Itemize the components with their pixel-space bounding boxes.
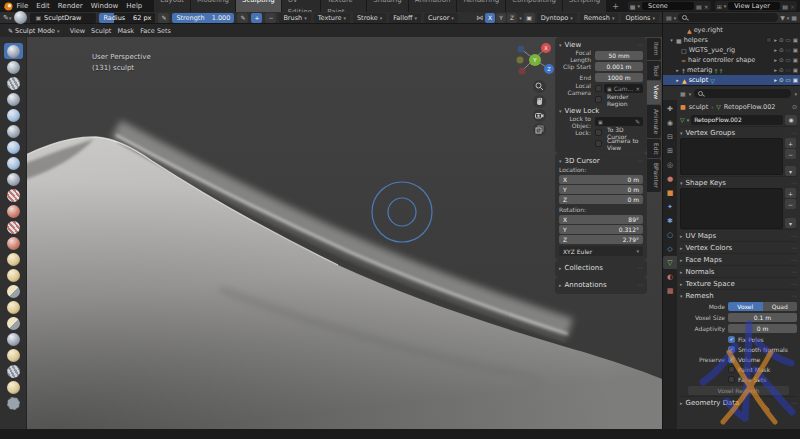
add-workspace-button[interactable]: + [607,2,624,11]
brush-icon[interactable] [4,347,23,363]
vertex-groups-list[interactable] [680,138,783,175]
clip-start-field[interactable]: 0.001 m [595,62,643,71]
dropdown-remesh[interactable]: Remesh▾ [580,13,619,23]
camera-to-view-checkbox[interactable] [595,140,602,147]
normals-header[interactable]: ▸Normals⋯ [680,265,797,277]
exclude-checkbox[interactable] [766,37,772,43]
scene-name[interactable]: Scene [642,2,694,10]
hide-icon[interactable]: ⊙ [779,77,784,83]
dropdown-stroke[interactable]: Stroke▾ [353,13,386,23]
selectable-icon[interactable]: ▸ [774,67,777,73]
cursor-rotation-z[interactable]: Z2.79° [559,235,643,244]
brush-icon[interactable] [4,75,23,91]
outliner-row-helpers[interactable]: ▾ ▦ helpers ▸⊙▭▣ [663,35,800,45]
adaptivity-field[interactable]: 0 m [728,324,797,333]
viewport-disable-icon[interactable]: ▭ [786,77,791,83]
symmetry-z[interactable]: Z [507,13,517,23]
texture-space-header[interactable]: ▸Texture Space⋯ [680,277,797,289]
properties-tab-texture[interactable]: ▩ [663,284,677,297]
properties-tab-object[interactable]: ■ [663,186,677,199]
vertex-group-specials-icon[interactable]: ▾ [785,166,796,176]
brush-icon[interactable] [4,235,23,251]
close-scene-icon[interactable]: × [704,3,709,10]
brush-preview[interactable] [14,11,27,24]
sidebar-tab-view[interactable]: View [647,81,661,103]
vertex-colors-header[interactable]: ▸Vertex Colors⋯ [680,241,797,253]
brush-icon[interactable] [4,107,23,123]
selectable-icon[interactable]: ▸ [774,37,777,43]
brush-icon[interactable] [4,283,23,299]
3d-cursor-header[interactable]: ▾3D Cursor⋯ [559,155,643,166]
dropdown-falloff[interactable]: Falloff▾ [389,13,421,23]
sidebar-tab-tool[interactable]: Tool [647,61,661,81]
properties-tab-particles[interactable]: ✱ [663,214,677,227]
dropdown-options[interactable]: Options▾ [621,13,659,23]
cursor-rotation-y[interactable]: Y0.312° [559,225,643,234]
symmetry-more-icon[interactable]: ▾ [519,15,522,21]
breadcrumb-object[interactable]: sculpt [689,103,709,111]
brush-icon[interactable] [4,379,23,395]
menu-face-sets[interactable]: Face Sets [140,27,171,35]
breadcrumb-data[interactable]: RetopoFlow.002 [724,103,776,111]
scene-selector[interactable]: ▦▾ Scene ▤ × [628,1,711,11]
uv-maps-header[interactable]: ▸UV Maps⋯ [680,229,797,241]
focal-length-field[interactable]: 50 mm [595,51,643,60]
radius-slider[interactable]: Radius62 px [99,13,155,23]
brush-icon[interactable] [4,155,23,171]
display-mode-icon[interactable]: ▤ [666,14,672,21]
strength-pressure-icon[interactable]: ✎ [237,13,248,23]
properties-tab-physics[interactable]: ○ [663,228,677,241]
dropdown-cursor[interactable]: Cursor▾ [424,13,458,23]
expand-icon[interactable]: ▸ [675,77,680,83]
lock-3d-cursor-checkbox[interactable] [595,129,602,136]
outliner-row-wgts[interactable]: ▢ WGTS_yue_rig ▸⊙▭▣ [663,45,800,55]
menu-edit[interactable]: Edit [32,0,54,12]
render-disable-icon[interactable]: ▣ [793,47,798,53]
blender-logo[interactable] [3,1,13,11]
render-region-checkbox[interactable] [595,96,602,103]
pin-icon[interactable]: ⊙ [792,103,797,110]
menu-file[interactable]: File [13,0,33,12]
mirror-lock-icon[interactable]: ▣ [524,13,535,23]
brush-icon[interactable] [4,91,23,107]
axis-neg-x[interactable] [519,68,526,75]
symmetry-x[interactable]: X [485,13,495,23]
menu-sculpt[interactable]: Sculpt [91,27,111,35]
properties-tab-view-layer[interactable]: ⊞ [663,144,677,157]
add-vertex-group-button[interactable]: + [785,138,796,148]
properties-tab-material[interactable]: ◐ [663,270,677,283]
shape-key-specials-icon[interactable]: ▾ [785,218,796,228]
new-collection-icon[interactable]: ▦ [791,14,797,21]
shape-keys-list[interactable] [680,188,783,229]
viewport-disable-icon[interactable]: ▭ [786,57,791,63]
selectable-icon[interactable]: ▸ [774,57,777,63]
smooth-normals-checkbox[interactable]: ✓ [728,346,735,353]
editor-type-icon[interactable]: ▦ [680,90,686,97]
render-disable-icon[interactable]: ▣ [793,77,798,83]
hide-icon[interactable]: ⊙ [779,67,784,73]
add-direction-button[interactable]: + [251,13,262,23]
brush-icon[interactable] [4,203,23,219]
new-scene-icon[interactable]: ▤ [696,3,702,10]
properties-search[interactable] [694,89,791,98]
axis-neg-y[interactable] [517,57,524,64]
add-shape-key-button[interactable]: + [785,188,796,198]
zoom-icon[interactable] [533,80,546,93]
paint-mask-checkbox[interactable] [728,366,735,373]
properties-tab-world[interactable]: ● [663,172,677,185]
brush-icon[interactable] [4,43,23,59]
new-view-layer-icon[interactable]: ▤ [782,3,788,10]
properties-tab-constraints[interactable]: ◇ [663,242,677,255]
3d-viewport[interactable]: ✎ Sculpt Mode▾ View Sculpt Mask Face Set… [0,24,662,429]
properties-tab-scene[interactable]: ◎ [663,158,677,171]
brush-icon[interactable] [4,59,23,75]
editor-type-icon[interactable]: ✎▾ [3,14,11,22]
voxel-mode-button[interactable]: Voxel [728,302,763,311]
render-disable-icon[interactable]: ▣ [793,57,798,63]
sidebar-tab-item[interactable]: Item [647,38,661,60]
mode-selector[interactable]: ✎ Sculpt Mode▾ [4,26,64,36]
dropdown-dyntopo[interactable]: Dyntopo▾ [537,13,577,23]
cursor-location-z[interactable]: Z0 m [559,195,643,204]
sidebar-tab-edit[interactable]: Edit [647,139,661,159]
camera-view-icon[interactable] [533,109,546,122]
